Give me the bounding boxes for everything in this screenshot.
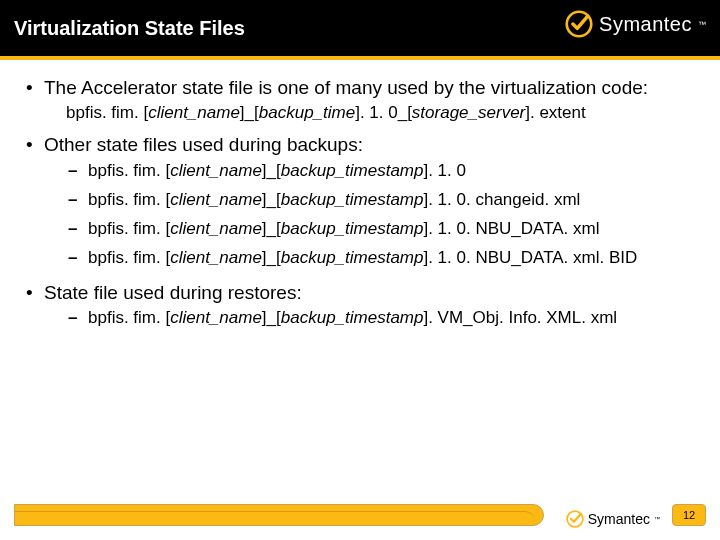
- brand-logo-footer: Symantec™: [566, 510, 660, 528]
- slide-footer: Symantec™ 12: [0, 496, 720, 526]
- slide-title: Virtualization State Files: [14, 17, 245, 40]
- bullet-1-sub: bpfis. fim. [client_name]_[backup_time].…: [44, 100, 698, 126]
- bullet-1: The Accelerator state file is one of man…: [22, 76, 698, 125]
- list-item: bpfis. fim. [client_name]_[backup_timest…: [66, 157, 698, 186]
- list-item: bpfis. fim. [client_name]_[backup_timest…: [66, 215, 698, 244]
- slide-body: The Accelerator state file is one of man…: [0, 60, 720, 333]
- bullet-2: Other state files used during backups: b…: [22, 133, 698, 272]
- page-number-badge: 12: [672, 504, 706, 526]
- slide-header: Virtualization State Files Symantec™: [0, 0, 720, 56]
- list-item: bpfis. fim. [client_name]_[backup_timest…: [66, 304, 698, 333]
- bullet-3: State file used during restores: bpfis. …: [22, 281, 698, 334]
- check-circle-icon: [566, 510, 584, 528]
- list-item: bpfis. fim. [client_name]_[backup_timest…: [66, 244, 698, 273]
- trademark-icon: ™: [698, 20, 706, 29]
- brand-name: Symantec: [599, 13, 692, 36]
- footer-accent-bar: [14, 504, 544, 526]
- list-item: bpfis. fim. [client_name]_[backup_timest…: [66, 186, 698, 215]
- brand-logo-header: Symantec™: [565, 10, 706, 38]
- trademark-icon: ™: [654, 516, 660, 522]
- check-circle-icon: [565, 10, 593, 38]
- brand-name: Symantec: [588, 511, 650, 527]
